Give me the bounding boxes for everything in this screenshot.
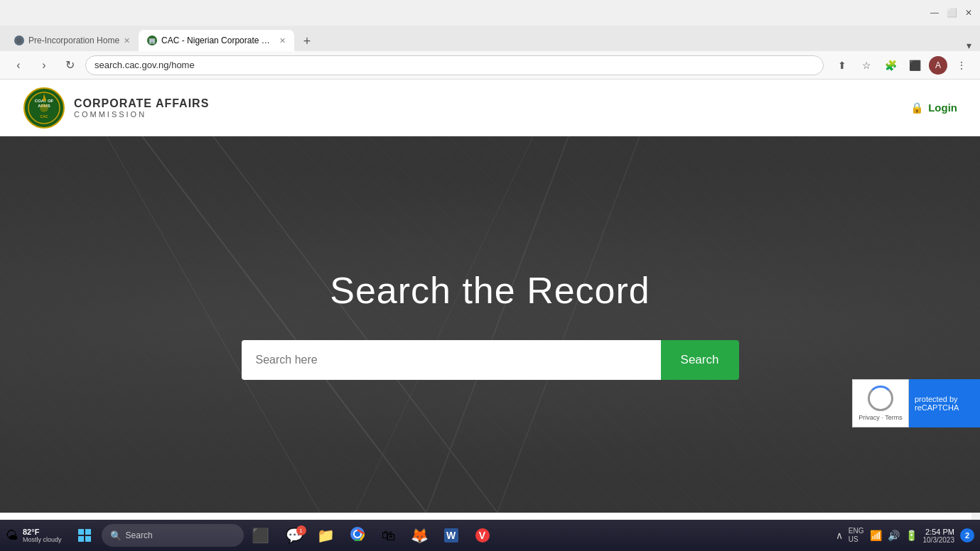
svg-text:CAC: CAC	[41, 114, 48, 119]
wifi-icon[interactable]: 📶	[870, 530, 882, 541]
taskbar-apps: 💬 1 📁 🛍 🦊 W	[281, 523, 497, 548]
menu-button[interactable]: ⋮	[952, 55, 971, 75]
svg-line-11	[497, 136, 640, 513]
taskbar-app-files[interactable]: 📁	[312, 523, 340, 548]
refresh-button[interactable]: ↻	[60, 55, 80, 75]
close-button[interactable]: ✕	[963, 7, 974, 18]
taskbar-app-store[interactable]: 🛍	[375, 523, 403, 548]
logo-section: COAT OF ARMS CAC CORPORATE AFFAIRS COMMI…	[23, 87, 209, 129]
address-bar-row: ‹ › ↻ ⬆ ☆ 🧩 ⬛ A ⋮	[0, 51, 980, 80]
tab1-title: Pre-Incorporation Home	[28, 36, 119, 45]
svg-point-6	[40, 104, 48, 112]
tab-list-icon[interactable]: ▾	[966, 40, 971, 51]
org-name-top: CORPORATE AFFAIRS	[74, 97, 209, 110]
store-icon: 🛍	[382, 528, 396, 544]
window-controls: — ⬜ ✕	[929, 7, 974, 18]
taskbar-app-messenger[interactable]: 💬 1	[281, 523, 309, 548]
extension-button[interactable]: 🧩	[881, 55, 900, 75]
taskbar-time-display: 2:54 PM	[925, 528, 954, 536]
taskbar-date-display: 10/3/2023	[923, 536, 955, 544]
taskbar-search-text: Search	[126, 530, 153, 540]
taskbar-time[interactable]: 2:54 PM 10/3/2023	[923, 528, 955, 544]
word-icon: W	[444, 528, 458, 542]
bookmark-button[interactable]: ☆	[856, 55, 876, 75]
taskbar-right: ∧ ENGUS 📶 🔊 🔋 2:54 PM 10/3/2023 2	[836, 527, 974, 544]
recaptcha-spinner	[868, 386, 893, 411]
recaptcha-widget: Privacy · Terms	[852, 379, 909, 427]
maximize-button[interactable]: ⬜	[946, 7, 957, 18]
weather-temp: 82°F	[23, 528, 62, 536]
sidebar-button[interactable]: ⬛	[905, 55, 925, 75]
firefox-icon: 🦊	[411, 527, 429, 544]
tab2-close-icon[interactable]: ✕	[279, 36, 286, 45]
share-button[interactable]: ⬆	[832, 55, 852, 75]
expand-icon[interactable]: ∧	[836, 530, 843, 541]
minimize-button[interactable]: —	[929, 7, 940, 18]
back-button[interactable]: ‹	[9, 55, 28, 75]
tab-pre-incorporation[interactable]: 🏛 Pre-Incorporation Home ✕	[6, 30, 139, 51]
hero-section: Search the Record Search Privacy · Terms…	[0, 136, 980, 513]
webpage: COAT OF ARMS CAC CORPORATE AFFAIRS COMMI…	[0, 80, 980, 534]
svg-line-7	[142, 136, 426, 513]
hero-title: Search the Record	[330, 269, 650, 312]
hero-decoration	[0, 136, 980, 513]
lang-icon[interactable]: ENGUS	[849, 527, 864, 544]
battery-icon[interactable]: 🔋	[905, 530, 917, 541]
files-icon: 📁	[317, 527, 335, 544]
vivaldi-icon: V	[475, 528, 490, 542]
tab2-favicon: 🏢	[147, 36, 157, 45]
taskbar-search[interactable]: 🔍 Search	[102, 524, 244, 547]
search-button[interactable]: Search	[661, 340, 739, 380]
browser-actions: ⬆ ☆ 🧩 ⬛ A ⋮	[832, 55, 971, 75]
taskbar-notification-badge[interactable]: 2	[960, 528, 974, 542]
taskbar-task-view[interactable]: ⬛	[247, 523, 275, 548]
taskbar-weather: 🌤 82°F Mostly cloudy	[6, 528, 62, 543]
recaptcha-protected-text: protected by reCAPTCHA	[915, 395, 974, 412]
org-name: CORPORATE AFFAIRS COMMISSION	[74, 97, 209, 119]
taskbar-app-vivaldi[interactable]: V	[468, 523, 497, 548]
tab2-title: CAC - Nigerian Corporate Regis...	[161, 36, 275, 45]
website-header: COAT OF ARMS CAC CORPORATE AFFAIRS COMMI…	[0, 80, 980, 136]
taskbar: 🌤 82°F Mostly cloudy 🔍 Search ⬛ 💬 1 📁	[0, 520, 980, 551]
task-view-icon: ⬛	[252, 527, 269, 544]
taskbar-app-chrome[interactable]	[343, 523, 372, 548]
svg-rect-15	[78, 536, 84, 542]
cac-logo: COAT OF ARMS CAC	[23, 87, 65, 129]
svg-line-12	[355, 136, 533, 513]
taskbar-sys-icons: ∧ ENGUS 📶 🔊 🔋	[836, 527, 917, 544]
recaptcha-overlay: Privacy · Terms protected by reCAPTCHA	[852, 379, 980, 427]
taskbar-search-icon: 🔍	[110, 530, 122, 541]
org-name-bottom: COMMISSION	[74, 110, 209, 119]
tabs-row: 🏛 Pre-Incorporation Home ✕ 🏢 CAC - Niger…	[0, 26, 980, 51]
svg-line-8	[213, 136, 497, 513]
new-tab-button[interactable]: +	[297, 31, 317, 51]
search-box-container: Search	[242, 340, 739, 380]
taskbar-app-word[interactable]: W	[437, 523, 465, 548]
title-bar: — ⬜ ✕	[0, 0, 980, 26]
taskbar-app-firefox[interactable]: 🦊	[406, 523, 434, 548]
lock-icon: 🔒	[910, 102, 924, 114]
svg-rect-16	[85, 536, 91, 542]
tab1-close-icon[interactable]: ✕	[124, 36, 130, 45]
svg-rect-14	[85, 529, 91, 535]
svg-line-10	[426, 136, 569, 513]
svg-rect-13	[78, 529, 84, 535]
windows-logo-icon	[78, 529, 91, 542]
recaptcha-text: Privacy · Terms	[858, 414, 902, 421]
chrome-icon	[350, 527, 365, 545]
messenger-badge: 1	[296, 525, 306, 535]
tab-cac[interactable]: 🏢 CAC - Nigerian Corporate Regis... ✕	[139, 30, 294, 51]
login-label: Login	[928, 102, 957, 114]
svg-line-9	[107, 136, 320, 513]
tab1-favicon: 🏛	[14, 36, 24, 45]
forward-button[interactable]: ›	[34, 55, 54, 75]
weather-desc: Mostly cloudy	[23, 536, 62, 543]
login-button[interactable]: 🔒 Login	[910, 102, 957, 114]
address-input[interactable]	[85, 55, 824, 75]
weather-icon: 🌤	[6, 528, 18, 543]
volume-icon[interactable]: 🔊	[888, 530, 900, 541]
profile-avatar[interactable]: A	[929, 56, 947, 75]
start-button[interactable]	[70, 523, 99, 548]
recaptcha-blue-badge: protected by reCAPTCHA	[909, 379, 980, 427]
search-input[interactable]	[242, 340, 661, 380]
